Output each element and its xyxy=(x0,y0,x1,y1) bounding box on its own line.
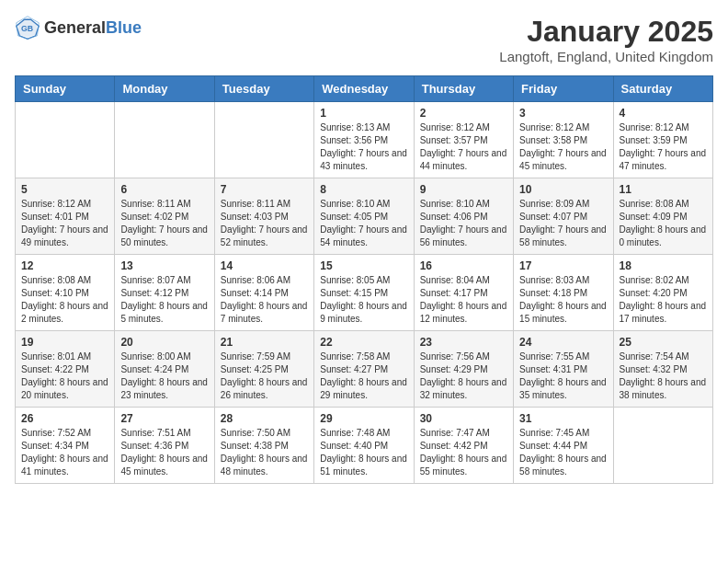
calendar-week-row: 12Sunrise: 8:08 AMSunset: 4:10 PMDayligh… xyxy=(16,255,713,331)
calendar-cell: 30Sunrise: 7:47 AMSunset: 4:42 PMDayligh… xyxy=(414,408,513,484)
calendar-cell: 31Sunrise: 7:45 AMSunset: 4:44 PMDayligh… xyxy=(514,408,613,484)
day-info: Sunrise: 8:11 AMSunset: 4:03 PMDaylight:… xyxy=(221,198,308,249)
day-info: Sunrise: 8:12 AMSunset: 3:58 PMDaylight:… xyxy=(519,121,607,173)
calendar-cell: 16Sunrise: 8:04 AMSunset: 4:17 PMDayligh… xyxy=(414,255,513,331)
calendar-cell: 1Sunrise: 8:13 AMSunset: 3:56 PMDaylight… xyxy=(314,102,414,178)
calendar-cell: 28Sunrise: 7:50 AMSunset: 4:38 PMDayligh… xyxy=(214,408,313,484)
calendar-week-row: 5Sunrise: 8:12 AMSunset: 4:01 PMDaylight… xyxy=(16,178,713,255)
day-info: Sunrise: 8:02 AMSunset: 4:20 PMDaylight:… xyxy=(620,274,707,326)
day-info: Sunrise: 8:08 AMSunset: 4:10 PMDaylight:… xyxy=(21,274,108,326)
logo-text: GeneralBlue xyxy=(44,18,142,38)
day-info: Sunrise: 8:10 AMSunset: 4:06 PMDaylight:… xyxy=(420,198,507,249)
calendar-cell: 18Sunrise: 8:02 AMSunset: 4:20 PMDayligh… xyxy=(613,255,712,331)
col-header-monday: Monday xyxy=(115,76,214,102)
calendar-cell: 8Sunrise: 8:10 AMSunset: 4:05 PMDaylight… xyxy=(314,178,414,255)
day-info: Sunrise: 8:03 AMSunset: 4:18 PMDaylight:… xyxy=(519,274,607,326)
day-number: 6 xyxy=(120,183,208,196)
day-info: Sunrise: 8:05 AMSunset: 4:15 PMDaylight:… xyxy=(320,274,407,326)
day-info: Sunrise: 8:12 AMSunset: 3:59 PMDaylight:… xyxy=(620,121,707,173)
day-number: 18 xyxy=(620,259,707,272)
day-info: Sunrise: 8:07 AMSunset: 4:12 PMDaylight:… xyxy=(120,274,208,326)
day-info: Sunrise: 8:11 AMSunset: 4:02 PMDaylight:… xyxy=(120,198,208,249)
col-header-friday: Friday xyxy=(514,76,613,102)
title-block: January 2025 Langtoft, England, United K… xyxy=(499,15,713,64)
location-subtitle: Langtoft, England, United Kingdom xyxy=(499,49,713,64)
day-info: Sunrise: 7:48 AMSunset: 4:40 PMDaylight:… xyxy=(320,427,407,478)
calendar-week-row: 19Sunrise: 8:01 AMSunset: 4:22 PMDayligh… xyxy=(16,331,713,408)
calendar-cell: 27Sunrise: 7:51 AMSunset: 4:36 PMDayligh… xyxy=(115,408,214,484)
day-info: Sunrise: 8:13 AMSunset: 3:56 PMDaylight:… xyxy=(320,121,407,173)
day-number: 25 xyxy=(620,336,707,349)
day-info: Sunrise: 8:08 AMSunset: 4:09 PMDaylight:… xyxy=(620,198,707,249)
calendar-table: SundayMondayTuesdayWednesdayThursdayFrid… xyxy=(15,75,713,484)
calendar-cell: 25Sunrise: 7:54 AMSunset: 4:32 PMDayligh… xyxy=(613,331,712,408)
day-info: Sunrise: 8:00 AMSunset: 4:24 PMDaylight:… xyxy=(120,350,208,402)
day-number: 9 xyxy=(420,183,507,196)
day-number: 10 xyxy=(519,183,607,196)
col-header-tuesday: Tuesday xyxy=(214,76,313,102)
col-header-sunday: Sunday xyxy=(16,76,115,102)
day-number: 16 xyxy=(420,259,507,272)
day-info: Sunrise: 7:58 AMSunset: 4:27 PMDaylight:… xyxy=(320,350,407,402)
day-info: Sunrise: 8:09 AMSunset: 4:07 PMDaylight:… xyxy=(519,198,607,249)
day-number: 22 xyxy=(320,336,407,349)
calendar-cell: 4Sunrise: 8:12 AMSunset: 3:59 PMDaylight… xyxy=(613,102,712,178)
calendar-cell: 2Sunrise: 8:12 AMSunset: 3:57 PMDaylight… xyxy=(414,102,513,178)
calendar-cell: 22Sunrise: 7:58 AMSunset: 4:27 PMDayligh… xyxy=(314,331,414,408)
col-header-wednesday: Wednesday xyxy=(314,76,414,102)
day-number: 23 xyxy=(420,336,507,349)
day-number: 17 xyxy=(519,259,607,272)
calendar-cell: 10Sunrise: 8:09 AMSunset: 4:07 PMDayligh… xyxy=(514,178,613,255)
day-number: 1 xyxy=(320,107,407,120)
page-header: GB GeneralBlue January 2025 Langtoft, En… xyxy=(15,15,713,64)
day-number: 13 xyxy=(120,259,208,272)
day-info: Sunrise: 7:50 AMSunset: 4:38 PMDaylight:… xyxy=(221,427,308,478)
calendar-week-row: 26Sunrise: 7:52 AMSunset: 4:34 PMDayligh… xyxy=(16,408,713,484)
day-number: 11 xyxy=(620,183,707,196)
day-info: Sunrise: 8:01 AMSunset: 4:22 PMDaylight:… xyxy=(21,350,108,402)
calendar-cell: 29Sunrise: 7:48 AMSunset: 4:40 PMDayligh… xyxy=(314,408,414,484)
calendar-cell: 20Sunrise: 8:00 AMSunset: 4:24 PMDayligh… xyxy=(115,331,214,408)
day-number: 19 xyxy=(21,336,108,349)
calendar-cell: 9Sunrise: 8:10 AMSunset: 4:06 PMDaylight… xyxy=(414,178,513,255)
calendar-cell: 3Sunrise: 8:12 AMSunset: 3:58 PMDaylight… xyxy=(514,102,613,178)
day-number: 20 xyxy=(120,336,208,349)
day-info: Sunrise: 7:52 AMSunset: 4:34 PMDaylight:… xyxy=(21,427,108,478)
svg-text:GB: GB xyxy=(21,24,33,33)
day-number: 7 xyxy=(221,183,308,196)
col-header-saturday: Saturday xyxy=(613,76,712,102)
day-info: Sunrise: 8:06 AMSunset: 4:14 PMDaylight:… xyxy=(221,274,308,326)
day-number: 30 xyxy=(420,412,507,425)
day-number: 5 xyxy=(21,183,108,196)
calendar-cell: 21Sunrise: 7:59 AMSunset: 4:25 PMDayligh… xyxy=(214,331,313,408)
day-number: 12 xyxy=(21,259,108,272)
logo-icon: GB xyxy=(15,15,40,40)
day-number: 28 xyxy=(221,412,308,425)
day-number: 8 xyxy=(320,183,407,196)
day-info: Sunrise: 8:12 AMSunset: 3:57 PMDaylight:… xyxy=(420,121,507,173)
calendar-cell xyxy=(115,102,214,178)
calendar-cell: 5Sunrise: 8:12 AMSunset: 4:01 PMDaylight… xyxy=(16,178,115,255)
logo-blue: Blue xyxy=(106,18,142,37)
day-info: Sunrise: 7:54 AMSunset: 4:32 PMDaylight:… xyxy=(620,350,707,402)
calendar-cell: 19Sunrise: 8:01 AMSunset: 4:22 PMDayligh… xyxy=(16,331,115,408)
calendar-cell: 17Sunrise: 8:03 AMSunset: 4:18 PMDayligh… xyxy=(514,255,613,331)
day-info: Sunrise: 7:45 AMSunset: 4:44 PMDaylight:… xyxy=(519,427,607,478)
day-number: 15 xyxy=(320,259,407,272)
day-info: Sunrise: 8:04 AMSunset: 4:17 PMDaylight:… xyxy=(420,274,507,326)
calendar-cell: 7Sunrise: 8:11 AMSunset: 4:03 PMDaylight… xyxy=(214,178,313,255)
calendar-cell: 23Sunrise: 7:56 AMSunset: 4:29 PMDayligh… xyxy=(414,331,513,408)
calendar-cell: 24Sunrise: 7:55 AMSunset: 4:31 PMDayligh… xyxy=(514,331,613,408)
day-info: Sunrise: 7:59 AMSunset: 4:25 PMDaylight:… xyxy=(221,350,308,402)
calendar-cell: 26Sunrise: 7:52 AMSunset: 4:34 PMDayligh… xyxy=(16,408,115,484)
calendar-week-row: 1Sunrise: 8:13 AMSunset: 3:56 PMDaylight… xyxy=(16,102,713,178)
col-header-thursday: Thursday xyxy=(414,76,513,102)
calendar-cell xyxy=(214,102,313,178)
calendar-cell xyxy=(16,102,115,178)
day-info: Sunrise: 7:56 AMSunset: 4:29 PMDaylight:… xyxy=(420,350,507,402)
day-number: 31 xyxy=(519,412,607,425)
calendar-cell: 12Sunrise: 8:08 AMSunset: 4:10 PMDayligh… xyxy=(16,255,115,331)
day-info: Sunrise: 7:51 AMSunset: 4:36 PMDaylight:… xyxy=(120,427,208,478)
day-info: Sunrise: 7:55 AMSunset: 4:31 PMDaylight:… xyxy=(519,350,607,402)
day-number: 2 xyxy=(420,107,507,120)
